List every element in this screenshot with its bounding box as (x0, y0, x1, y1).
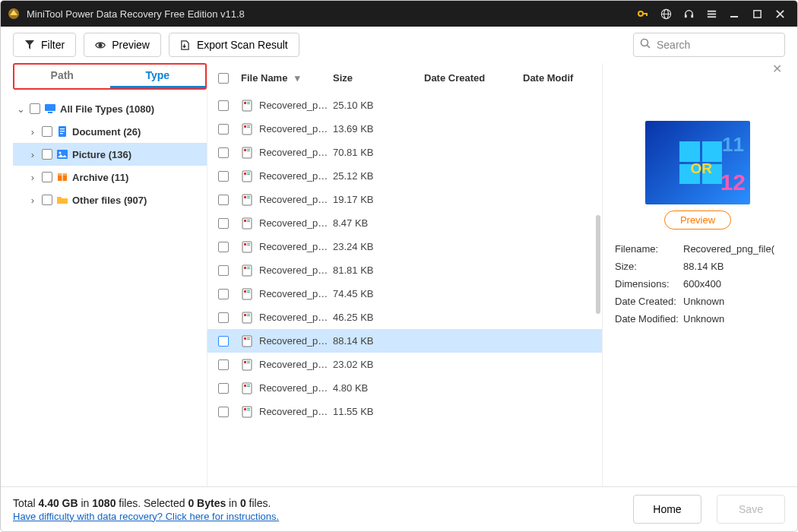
checkbox[interactable] (30, 103, 40, 114)
row-checkbox[interactable] (218, 124, 229, 135)
table-row[interactable]: Recovered_png_fi...19.17 KB (207, 188, 602, 211)
file-icon (241, 288, 253, 300)
app-icon (7, 7, 21, 21)
tree-item[interactable]: ›Other files (907) (13, 188, 207, 211)
category-icon (55, 193, 69, 207)
table-row[interactable]: Recovered_png_fi...4.80 KB (207, 376, 602, 400)
svg-point-16 (99, 43, 102, 46)
table-row[interactable]: Recovered_png_fi...11.55 KB (207, 400, 602, 423)
row-checkbox[interactable] (218, 265, 229, 276)
close-icon[interactable] (768, 1, 791, 27)
tree-item[interactable]: ›Document (26) (13, 120, 207, 143)
chevron-right-icon[interactable]: › (27, 126, 39, 138)
tab-type[interactable]: Type (110, 65, 206, 88)
checkbox[interactable] (42, 195, 52, 205)
close-preview-icon[interactable]: ✕ (772, 62, 782, 76)
scrollbar[interactable] (596, 215, 600, 314)
col-size[interactable]: Size (333, 72, 424, 84)
table-row[interactable]: Recovered_png_fi...13.69 KB (207, 117, 602, 141)
globe-icon[interactable] (654, 1, 677, 27)
checkbox[interactable] (42, 149, 52, 160)
table-row[interactable]: Recovered_png_fi...81.81 KB (207, 258, 602, 282)
chevron-right-icon[interactable]: › (27, 195, 39, 206)
svg-rect-79 (244, 385, 246, 387)
key-icon[interactable] (632, 1, 654, 27)
svg-rect-81 (247, 386, 250, 387)
search-input[interactable] (655, 38, 778, 52)
preview-panel: ✕ 11 OR 12 Preview Filename:Recovered_pn… (603, 63, 785, 486)
row-checkbox[interactable] (218, 218, 229, 229)
file-icon (241, 170, 253, 182)
tree-item[interactable]: ›Archive (11) (13, 166, 207, 188)
file-size: 25.10 KB (333, 100, 424, 111)
table-row[interactable]: Recovered_png_fi...8.47 KB (207, 211, 602, 235)
svg-line-18 (648, 46, 651, 49)
file-size: 23.02 KB (333, 359, 424, 370)
row-checkbox[interactable] (218, 336, 229, 347)
row-checkbox[interactable] (218, 195, 229, 205)
row-checkbox[interactable] (218, 383, 229, 394)
table-row[interactable]: Recovered_png_fi...70.81 KB (207, 141, 602, 164)
filter-button[interactable]: Filter (13, 33, 76, 57)
svg-rect-57 (247, 245, 250, 245)
svg-rect-64 (247, 290, 250, 291)
table-row[interactable]: Recovered_png_fi...23.02 KB (207, 353, 602, 376)
svg-rect-12 (730, 16, 738, 17)
col-date-created[interactable]: Date Created (424, 72, 523, 84)
svg-rect-43 (244, 173, 246, 175)
file-size: 81.81 KB (333, 264, 424, 276)
tab-path[interactable]: Path (14, 65, 110, 88)
svg-rect-20 (48, 112, 52, 113)
table-row[interactable]: Recovered_png_fi...25.12 KB (207, 164, 602, 188)
headphones-icon[interactable] (677, 1, 700, 27)
row-checkbox[interactable] (218, 100, 229, 111)
help-link[interactable]: Have difficulty with data recovery? Clic… (13, 511, 279, 522)
tree-root-label: All File Types (1080) (60, 103, 154, 115)
svg-rect-85 (247, 410, 250, 410)
svg-rect-25 (57, 150, 68, 159)
svg-rect-8 (691, 14, 693, 17)
filter-label: Filter (41, 39, 65, 51)
menu-icon[interactable] (700, 1, 723, 27)
checkbox[interactable] (42, 172, 52, 182)
row-checkbox[interactable] (218, 147, 229, 158)
tree-item[interactable]: ›Picture (136) (13, 143, 207, 166)
select-all-checkbox[interactable] (218, 73, 229, 84)
save-button[interactable]: Save (717, 495, 785, 524)
tree-root[interactable]: ⌄ All File Types (1080) (13, 97, 207, 120)
chevron-right-icon[interactable]: › (27, 149, 39, 160)
export-button[interactable]: Export Scan Result (169, 33, 299, 57)
file-icon (241, 123, 253, 135)
chevron-down-icon[interactable]: ⌄ (14, 103, 27, 115)
file-name: Recovered_png_fi... (259, 217, 333, 229)
chevron-right-icon[interactable]: › (27, 172, 39, 183)
row-checkbox[interactable] (218, 289, 229, 299)
row-checkbox[interactable] (218, 312, 229, 323)
svg-rect-69 (247, 315, 250, 316)
row-checkbox[interactable] (218, 359, 229, 370)
table-row[interactable]: Recovered_png_fi...25.10 KB (207, 93, 602, 117)
col-name[interactable]: File Name▾ (241, 72, 333, 84)
home-button[interactable]: Home (633, 495, 701, 524)
table-row[interactable]: Recovered_png_fi...88.14 KB (207, 329, 602, 353)
col-date-modified[interactable]: Date Modif (523, 72, 591, 84)
preview-button[interactable]: Preview (84, 33, 161, 57)
preview-open-button[interactable]: Preview (664, 211, 731, 230)
table-row[interactable]: Recovered_png_fi...23.24 KB (207, 235, 602, 258)
minimize-icon[interactable] (723, 1, 746, 27)
svg-rect-76 (247, 361, 250, 362)
search-icon (640, 38, 651, 52)
svg-rect-13 (753, 10, 760, 17)
file-size: 25.12 KB (333, 170, 424, 182)
svg-rect-29 (62, 173, 63, 181)
svg-rect-49 (247, 198, 250, 198)
row-checkbox[interactable] (218, 171, 229, 182)
search-box[interactable] (633, 33, 785, 57)
row-checkbox[interactable] (218, 407, 229, 417)
maximize-icon[interactable] (746, 1, 768, 27)
row-checkbox[interactable] (218, 242, 229, 252)
table-row[interactable]: Recovered_png_fi...74.45 KB (207, 282, 602, 306)
table-row[interactable]: Recovered_png_fi...46.25 KB (207, 306, 602, 329)
meta-dm-val: Unknown (683, 313, 781, 325)
checkbox[interactable] (42, 126, 52, 137)
